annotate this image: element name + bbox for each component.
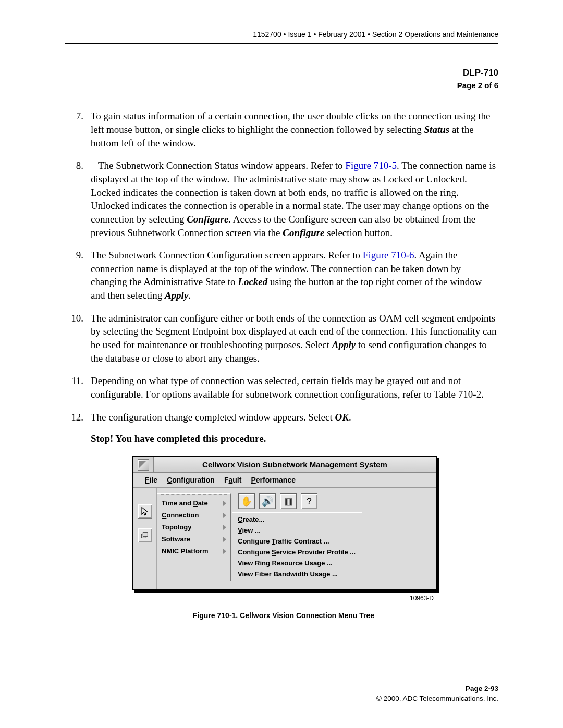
hand-icon: ✋ bbox=[241, 496, 252, 507]
menuitem-nmic-platform[interactable]: NMIC Platform bbox=[157, 545, 230, 557]
step-8: 8. The Subnetwork Connection Status wind… bbox=[65, 159, 498, 239]
step-number: 10. bbox=[65, 312, 91, 365]
xref-figure[interactable]: Figure 710-5 bbox=[345, 160, 397, 171]
step-9: 9. The Subnetwork Connection Configurati… bbox=[65, 249, 498, 302]
xref-figure[interactable]: Figure 710-6 bbox=[363, 250, 414, 261]
step-number: 11. bbox=[65, 374, 91, 401]
menuitem-software[interactable]: Software bbox=[157, 533, 230, 545]
emphasis-locked: Locked bbox=[238, 276, 267, 287]
step-number: 12. bbox=[65, 411, 91, 424]
figure-caption: Figure 710-1. Cellworx Vision Connection… bbox=[132, 611, 435, 620]
submenu-arrow-icon bbox=[223, 513, 226, 518]
step-number: 7. bbox=[65, 109, 91, 150]
layers-tool[interactable] bbox=[138, 528, 152, 542]
emphasis-apply: Apply bbox=[332, 339, 356, 350]
menubar: File Configuration Fault Performance bbox=[133, 473, 436, 488]
menuitem-time-and-date[interactable]: Time and Date bbox=[157, 497, 230, 509]
emphasis-configure: Configure bbox=[283, 227, 324, 238]
connection-submenu: Create... View ... Configure Traffic Con… bbox=[232, 512, 362, 581]
header-date: February 2001 bbox=[318, 30, 365, 39]
pointer-icon bbox=[140, 507, 150, 516]
submenu-arrow-icon bbox=[223, 501, 226, 506]
step-12: 12. The configuration change completed w… bbox=[65, 411, 498, 424]
pointer-tool[interactable] bbox=[138, 504, 152, 519]
step-number: 9. bbox=[65, 249, 91, 302]
titlebar: Cellworx Vision Subnetwork Management Sy… bbox=[133, 457, 436, 473]
step-7: 7. To gain status information of a certa… bbox=[65, 109, 498, 150]
hand-tool-button[interactable]: ✋ bbox=[238, 493, 255, 509]
figure-id: 10963-D bbox=[132, 595, 435, 602]
dlp-block: DLP-710 Page 2 of 6 bbox=[65, 67, 498, 91]
header-rule bbox=[65, 43, 498, 44]
step-10: 10. The administrator can configure eith… bbox=[65, 312, 498, 365]
toolbar-icons: ✋ 🔊 ▥ ？ bbox=[231, 493, 362, 512]
system-menu-button[interactable] bbox=[133, 457, 154, 472]
emphasis-apply: Apply bbox=[165, 290, 188, 301]
layers-icon bbox=[140, 530, 150, 540]
issue: Issue 1 bbox=[288, 30, 311, 39]
dlp-page-of: Page 2 of 6 bbox=[65, 80, 498, 91]
emphasis-configure: Configure bbox=[187, 214, 228, 225]
emphasis-ok: OK bbox=[335, 412, 349, 423]
submenu-create[interactable]: Create... bbox=[232, 514, 362, 525]
running-header: 1152700 • Issue 1 • February 2001 • Sect… bbox=[65, 30, 498, 43]
audio-button[interactable]: 🔊 bbox=[259, 493, 276, 509]
header-section: Section 2 Operations and Maintenance bbox=[372, 30, 498, 39]
menuitem-connection[interactable]: Connection bbox=[157, 509, 230, 521]
submenu-view-fiber[interactable]: View Fiber Bandwidth Usage ... bbox=[232, 569, 362, 579]
footer-page: Page 2-93 bbox=[376, 684, 498, 694]
submenu-configure-traffic[interactable]: Configure Traffic Contract ... bbox=[232, 536, 362, 547]
tool-column bbox=[133, 488, 157, 589]
submenu-arrow-icon bbox=[223, 549, 226, 554]
stop-notice: Stop! You have completed this procedure. bbox=[91, 433, 498, 445]
help-button[interactable]: ？ bbox=[301, 493, 317, 509]
submenu-arrow-icon bbox=[223, 525, 226, 530]
procedure-steps: 7. To gain status information of a certa… bbox=[65, 109, 498, 424]
submenu-arrow-icon bbox=[223, 537, 226, 542]
system-menu-icon bbox=[138, 459, 149, 471]
doc-number: 1152700 bbox=[253, 30, 282, 39]
submenu-view[interactable]: View ... bbox=[232, 525, 362, 536]
menu-tear-off[interactable] bbox=[161, 494, 227, 496]
svg-rect-1 bbox=[143, 533, 148, 537]
menuitem-topology[interactable]: Topology bbox=[157, 521, 230, 533]
menu-performance[interactable]: Performance bbox=[251, 476, 296, 484]
window-title: Cellworx Vision Subnetwork Management Sy… bbox=[154, 457, 436, 472]
figure-710-1: Cellworx Vision Subnetwork Management Sy… bbox=[132, 456, 435, 620]
menu-fault[interactable]: Fault bbox=[224, 476, 241, 484]
cellworx-window: Cellworx Vision Subnetwork Management Sy… bbox=[132, 456, 437, 590]
speaker-icon: 🔊 bbox=[262, 496, 273, 507]
page-footer: Page 2-93 © 2000, ADC Telecommunications… bbox=[376, 684, 498, 704]
question-icon: ？ bbox=[304, 495, 314, 508]
emphasis-status: Status bbox=[424, 124, 450, 135]
menu-configuration[interactable]: Configuration bbox=[167, 476, 215, 484]
dlp-title: DLP-710 bbox=[65, 67, 498, 80]
step-number: 8. bbox=[65, 159, 91, 239]
submenu-view-ring[interactable]: View Ring Resource Usage ... bbox=[232, 558, 362, 569]
step-11: 11. Depending on what type of connection… bbox=[65, 374, 498, 401]
configuration-dropdown: Time and Date Connection Topology S bbox=[157, 493, 231, 581]
footer-copyright: © 2000, ADC Telecommunications, Inc. bbox=[376, 694, 498, 704]
bars-icon: ▥ bbox=[284, 496, 293, 507]
ring-view-button[interactable]: ▥ bbox=[280, 493, 297, 509]
submenu-configure-service[interactable]: Configure Service Provider Profile ... bbox=[232, 547, 362, 558]
menu-file[interactable]: File bbox=[145, 476, 157, 484]
